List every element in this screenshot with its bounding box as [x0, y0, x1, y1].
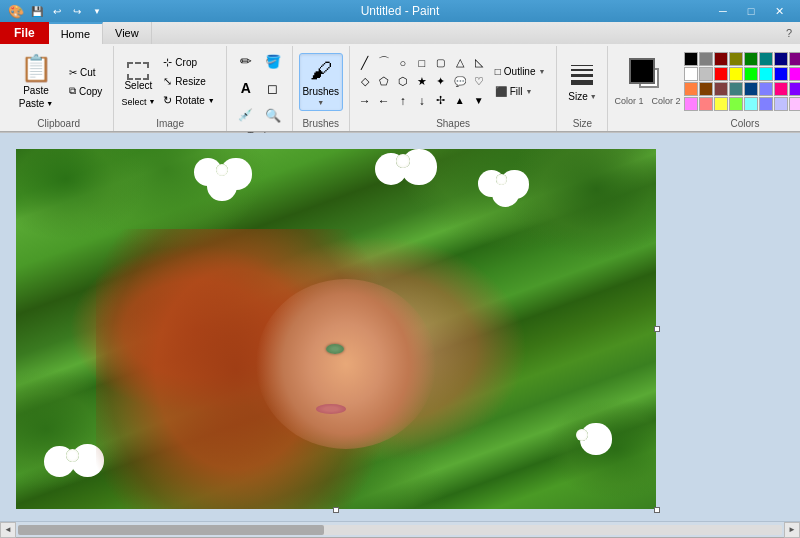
color-purple[interactable]: [789, 52, 800, 66]
color-red[interactable]: [714, 67, 728, 81]
color-black[interactable]: [684, 52, 698, 66]
tab-view[interactable]: View: [103, 22, 152, 44]
canvas-wrapper: [16, 149, 656, 509]
color-gray-dark[interactable]: [699, 52, 713, 66]
color1-swatch[interactable]: [629, 58, 655, 84]
color-magenta[interactable]: [789, 67, 800, 81]
cut-icon: ✂: [69, 67, 77, 78]
face-layer: [256, 279, 436, 449]
shape-rounded-rect[interactable]: ▢: [432, 54, 450, 72]
color-periwinkle[interactable]: [759, 82, 773, 96]
shape-rect[interactable]: □: [413, 54, 431, 72]
color-teal[interactable]: [759, 52, 773, 66]
fill-button[interactable]: ⬛ Fill ▼: [490, 83, 551, 101]
shape-heart[interactable]: ♡: [470, 73, 488, 91]
select-dropdown[interactable]: Select ▼: [121, 97, 155, 107]
select-button[interactable]: Select: [120, 57, 156, 97]
resize-handle-right[interactable]: [654, 326, 660, 332]
text-tool[interactable]: A: [233, 75, 259, 101]
shape-star[interactable]: ★: [413, 73, 431, 91]
shape-callout[interactable]: 💬: [451, 73, 469, 91]
color-yellow[interactable]: [729, 67, 743, 81]
color-green-dark[interactable]: [744, 52, 758, 66]
shape-pentagon[interactable]: ⬠: [375, 73, 393, 91]
shape-arrow-4way[interactable]: ✢: [432, 92, 450, 110]
shape-scroll-down[interactable]: ▼: [470, 92, 488, 110]
tab-file[interactable]: File: [0, 22, 49, 44]
shape-diamond[interactable]: ◇: [356, 73, 374, 91]
color-brown[interactable]: [699, 82, 713, 96]
paste-button[interactable]: 📋 Paste: [10, 53, 62, 97]
ribbon-content: 📋 Paste Paste ▼ ✂ Cut ⧉ Copy: [0, 44, 800, 132]
cut-button[interactable]: ✂ Cut: [64, 63, 107, 81]
quick-redo-button[interactable]: ↪: [68, 2, 86, 20]
canvas-image[interactable]: [16, 149, 656, 509]
pencil-tool[interactable]: ✏: [233, 48, 259, 74]
maximize-button[interactable]: □: [738, 3, 764, 19]
color-pink-pale[interactable]: [789, 97, 800, 111]
shape-line[interactable]: ╱: [356, 54, 374, 72]
shape-scroll-up[interactable]: ▲: [451, 92, 469, 110]
outline-button[interactable]: □ Outline ▼: [490, 63, 551, 81]
resize-handle-corner[interactable]: [654, 507, 660, 513]
resize-handle-bottom[interactable]: [333, 507, 339, 513]
palette-row-1: [684, 52, 800, 66]
shape-arrow-up[interactable]: ↑: [394, 92, 412, 110]
shape-4star[interactable]: ✦: [432, 73, 450, 91]
scroll-right-button[interactable]: ►: [784, 522, 800, 538]
color-orange[interactable]: [684, 82, 698, 96]
shape-arrow-right[interactable]: →: [356, 92, 374, 110]
close-button[interactable]: ✕: [766, 3, 792, 19]
copy-button[interactable]: ⧉ Copy: [64, 82, 107, 100]
magnify-tool[interactable]: 🔍: [260, 102, 286, 128]
rotate-button[interactable]: ↻ Rotate ▼: [158, 92, 219, 110]
color-cyan[interactable]: [759, 67, 773, 81]
quick-undo-button[interactable]: ↩: [48, 2, 66, 20]
shape-oval[interactable]: ○: [394, 54, 412, 72]
brushes-button[interactable]: 🖌 Brushes ▼: [299, 53, 343, 111]
color-yellow-mid[interactable]: [714, 97, 728, 111]
shape-triangle[interactable]: △: [451, 54, 469, 72]
canvas-area[interactable]: [0, 133, 800, 521]
color-lime[interactable]: [744, 67, 758, 81]
color-periwinkle-light[interactable]: [774, 97, 788, 111]
color-pink-dark[interactable]: [714, 82, 728, 96]
shape-arrow-left[interactable]: ←: [375, 92, 393, 110]
scroll-thumb[interactable]: [18, 525, 324, 535]
minimize-button[interactable]: ─: [710, 3, 736, 19]
shape-curve[interactable]: ⌒: [375, 54, 393, 72]
shape-arrow-down[interactable]: ↓: [413, 92, 431, 110]
shape-right-triangle[interactable]: ◺: [470, 54, 488, 72]
quick-save-button[interactable]: 💾: [28, 2, 46, 20]
color-sky[interactable]: [744, 97, 758, 111]
color-violet[interactable]: [789, 82, 800, 96]
eraser-tool[interactable]: ◻: [260, 75, 286, 101]
color-pink-light[interactable]: [684, 97, 698, 111]
scroll-left-button[interactable]: ◄: [0, 522, 16, 538]
brushes-icon: 🖌: [310, 58, 332, 84]
quick-access-arrow[interactable]: ▼: [88, 2, 106, 20]
horizontal-scrollbar[interactable]: ◄ ►: [0, 521, 800, 537]
help-button[interactable]: ?: [778, 22, 800, 44]
paste-dropdown[interactable]: Paste ▼: [10, 97, 62, 111]
color-teal-mid[interactable]: [729, 82, 743, 96]
fill-tool[interactable]: 🪣: [260, 48, 286, 74]
color-salmon[interactable]: [699, 97, 713, 111]
scroll-track[interactable]: [18, 525, 782, 535]
resize-button[interactable]: ⤡ Resize: [158, 73, 219, 91]
color-navy[interactable]: [774, 52, 788, 66]
color-lavender[interactable]: [759, 97, 773, 111]
eyedropper-tool[interactable]: 💉: [233, 102, 259, 128]
color-blue-dark[interactable]: [744, 82, 758, 96]
size-button[interactable]: Size ▼: [563, 53, 601, 111]
color-red-dark[interactable]: [714, 52, 728, 66]
color-hot-pink[interactable]: [774, 82, 788, 96]
color-white[interactable]: [684, 67, 698, 81]
color-olive[interactable]: [729, 52, 743, 66]
crop-button[interactable]: ⊹ Crop: [158, 54, 219, 72]
color-blue[interactable]: [774, 67, 788, 81]
tab-home[interactable]: Home: [49, 22, 103, 44]
color-chartreuse[interactable]: [729, 97, 743, 111]
color-silver[interactable]: [699, 67, 713, 81]
shape-hexagon[interactable]: ⬡: [394, 73, 412, 91]
